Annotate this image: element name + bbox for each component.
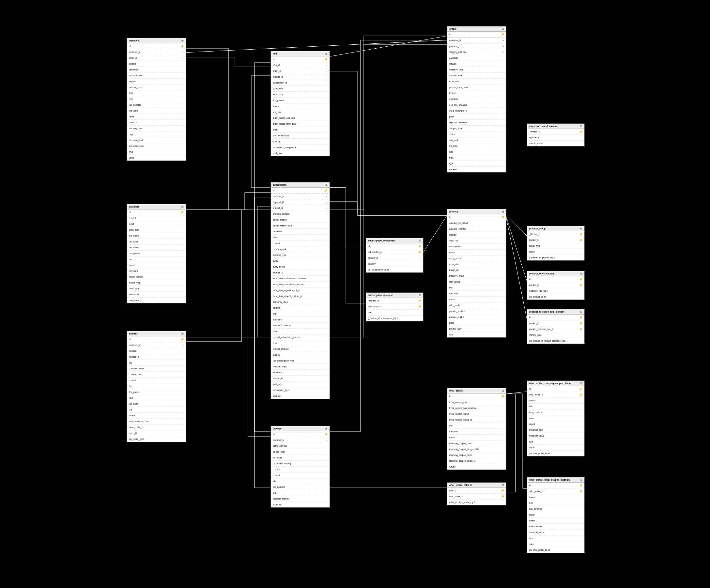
column-row[interactable]: cc_holder	[271, 454, 330, 461]
column-row[interactable]: created	[127, 215, 186, 221]
table-header[interactable]: subscription_discount⊞	[366, 293, 423, 298]
column-row[interactable]: name	[447, 434, 506, 440]
column-row[interactable]: live	[447, 423, 506, 428]
table-subscription_discount[interactable]: subscription_discount⊞_fivetran_id🔑subsc…	[366, 292, 424, 322]
table-menu-icon[interactable]: ⊞	[580, 478, 583, 481]
column-row[interactable]: cc_exp_date	[271, 449, 330, 454]
table-menu-icon[interactable]: ⊞	[580, 310, 583, 313]
table-offer_profile_offer_id[interactable]: offer_profile_offer_id⊞offer_id🔑offer_pr…	[447, 482, 506, 505]
column-row[interactable]: phone	[127, 413, 186, 418]
column-row[interactable]: external_id	[271, 269, 330, 275]
column-row[interactable]: frequency_days	[271, 299, 330, 305]
column-row[interactable]: (id, offer_profile_id) ⚙	[527, 547, 584, 553]
column-row[interactable]: application	[527, 135, 584, 140]
column-row[interactable]: initial_coupon_name	[447, 411, 506, 417]
column-row[interactable]: last_updated	[271, 484, 330, 490]
column-row[interactable]: weight	[447, 464, 506, 470]
column-row[interactable]: extra_data_commitment_version	[271, 281, 330, 287]
column-row[interactable]: session_id	[271, 375, 330, 381]
column-row[interactable]: extra_data_commitment_committed	[271, 275, 330, 281]
column-row[interactable]: recurring_coupon_public_id	[447, 458, 506, 464]
column-row[interactable]: order_id⤷	[271, 68, 330, 74]
column-row[interactable]: product_id⤷	[271, 205, 330, 211]
column-row[interactable]: sequence	[271, 369, 330, 375]
column-row[interactable]: extra_data_migration_sub_id	[271, 287, 330, 293]
column-row[interactable]: customer_id⤷	[271, 437, 330, 443]
table-header[interactable]: offer_profile⊞	[447, 388, 506, 394]
column-row[interactable]: public_id	[127, 119, 186, 125]
column-row[interactable]: initial_coupon_public_id	[447, 417, 506, 423]
column-row[interactable]: (id, product_id, product_selection_rule…	[527, 338, 584, 344]
column-row[interactable]: offer_profile_id🔑	[527, 392, 584, 397]
column-row[interactable]: name	[447, 296, 506, 302]
column-row[interactable]: extra_data	[127, 227, 186, 233]
column-row[interactable]: order_placed_start_date	[271, 121, 330, 126]
column-row[interactable]: live	[127, 406, 186, 413]
column-row[interactable]: price	[271, 340, 330, 346]
table-header[interactable]: offer_profile_offer_id⊞	[447, 483, 506, 488]
column-row[interactable]: every	[271, 258, 330, 264]
column-row[interactable]: order_id⤷	[127, 55, 186, 61]
table-header[interactable]: customer⊞	[127, 204, 186, 210]
column-row[interactable]: type	[527, 439, 584, 444]
table-product_selection_rule_element[interactable]: product_selection_rule_element⊞id🔑produc…	[527, 309, 585, 344]
column-row[interactable]: cancel_reason_code	[271, 222, 330, 229]
column-row[interactable]: first_name	[127, 389, 186, 395]
column-row[interactable]: customer_id⤷	[127, 342, 186, 348]
column-row[interactable]: cancelled	[271, 229, 330, 234]
column-row[interactable]: initial_coupon_code	[447, 399, 506, 405]
table-merchant_cancel_reason[interactable]: merchant_cancel_reason⊞_fivetran_id🔑appl…	[527, 123, 585, 146]
column-row[interactable]: session_id	[127, 291, 186, 297]
table-header[interactable]: product_selection_rule⊞	[527, 271, 584, 276]
column-row[interactable]: discount_type	[127, 72, 186, 78]
column-row[interactable]: item	[127, 96, 186, 102]
table-menu-icon[interactable]: ⊞	[419, 294, 421, 297]
table-menu-icon[interactable]: ⊞	[580, 382, 583, 385]
column-row[interactable]: id🔑	[527, 386, 584, 392]
column-row[interactable]: currency_code	[447, 67, 506, 72]
column-row[interactable]: extra_data	[447, 261, 506, 267]
column-row[interactable]: coupon	[527, 494, 584, 500]
column-row[interactable]: first_placed	[271, 97, 330, 103]
column-row[interactable]: quantity	[366, 261, 423, 266]
column-row[interactable]: (offer_id, offer_profile_id) ⚙	[447, 499, 506, 505]
table-product[interactable]: product⊞id🔑autoship_by_defaultautoship_e…	[447, 209, 506, 338]
column-row[interactable]: merchant_order_id	[271, 322, 330, 328]
column-row[interactable]: id🔑	[127, 43, 186, 49]
column-row[interactable]: status	[447, 131, 506, 137]
column-row[interactable]: product_attribute	[271, 346, 330, 352]
column-row[interactable]: group_type	[527, 243, 584, 249]
column-row[interactable]: id🔑	[447, 394, 506, 399]
column-row[interactable]: cc_number_ending	[271, 461, 330, 466]
column-row[interactable]: cancel_reason	[271, 217, 330, 222]
column-row[interactable]: name	[527, 415, 584, 421]
table-header[interactable]: product_group⊞	[527, 226, 584, 231]
column-row[interactable]: cancel_reason	[527, 140, 584, 146]
table-product_selection_rule[interactable]: product_selection_rule⊞id🔑product_id🔑sel…	[527, 271, 585, 300]
table-menu-icon[interactable]: ⊞	[182, 205, 184, 208]
column-row[interactable]: description	[127, 67, 186, 72]
column-row[interactable]: offer_profile_id🔑	[527, 488, 584, 494]
column-row[interactable]: oos_free_shipping	[447, 102, 506, 108]
column-row[interactable]: subscription_id🔑	[366, 249, 423, 255]
column-row[interactable]: value	[527, 541, 584, 547]
column-row[interactable]: shipping_address⤷	[447, 49, 506, 55]
column-row[interactable]: stacking_type	[127, 125, 186, 131]
table-subscription[interactable]: subscription⊞id🔑customer_id⤷payment_id⤷p…	[270, 182, 330, 399]
column-row[interactable]: prepaid_subscription_context	[271, 334, 330, 340]
table-offer_profile_recurring[interactable]: offer_profile_recurring_coupon_disco…⊞id…	[527, 380, 585, 456]
column-row[interactable]: subscription_id🔑	[366, 303, 423, 309]
column-row[interactable]: id🔑	[527, 276, 584, 282]
column-row[interactable]: cc_type	[271, 466, 330, 472]
column-row[interactable]: threshold_value	[527, 433, 584, 439]
column-row[interactable]: type	[127, 149, 186, 155]
column-row[interactable]: last_name	[127, 244, 186, 250]
column-row[interactable]: target	[127, 131, 186, 137]
column-row[interactable]: one_time	[271, 109, 330, 115]
column-row[interactable]: live	[447, 285, 506, 290]
column-row[interactable]: (id, subscription_id) ⚙	[366, 266, 423, 273]
column-row[interactable]: price_code	[127, 285, 186, 291]
column-row[interactable]: frozen	[271, 103, 330, 109]
column-row[interactable]: live	[127, 256, 186, 262]
column-row[interactable]: updated	[447, 166, 506, 172]
